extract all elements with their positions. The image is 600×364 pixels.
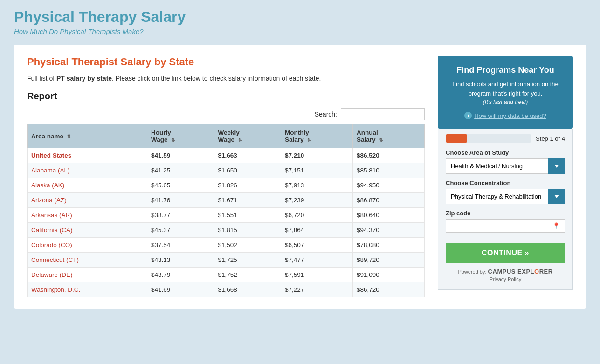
info-icon: i <box>464 112 472 119</box>
hourly-cell: $43.79 <box>147 268 214 282</box>
annual-cell: $86,520 <box>352 148 424 163</box>
weekly-cell: $1,826 <box>214 178 281 193</box>
monthly-cell: $7,210 <box>281 148 352 163</box>
state-name-cell: Washington, D.C. <box>28 282 147 297</box>
section-title: Physical Therapist Salary by State <box>27 56 425 68</box>
page-title: Physical Therapy Salary <box>14 8 586 26</box>
concentration-label: Choose Concentration <box>446 179 565 186</box>
annual-cell: $91,090 <box>352 268 424 282</box>
search-input[interactable] <box>341 108 425 120</box>
state-link[interactable]: Arkansas (AR) <box>31 212 72 219</box>
annual-cell: $80,640 <box>352 208 424 223</box>
data-use-link[interactable]: How will my data be used? <box>474 112 546 119</box>
concentration-wrapper: Physical Therapy & Rehabilitation Nursin… <box>446 189 565 204</box>
weekly-cell: $1,725 <box>214 253 281 268</box>
progress-row: Step 1 of 4 <box>446 134 565 143</box>
state-name-cell: Connecticut (CT) <box>28 253 147 268</box>
progress-bar-fill <box>446 134 467 143</box>
col-area[interactable]: Area name ⇅ <box>28 124 147 148</box>
weekly-cell: $1,752 <box>214 268 281 282</box>
table-row: Arizona (AZ)$41.76$1,671$7,239$86,870 <box>28 193 425 208</box>
state-name-cell: Delaware (DE) <box>28 268 147 282</box>
sort-arrows-monthly: ⇅ <box>307 137 311 143</box>
table-row: Arkansas (AR)$38.77$1,551$6,720$80,640 <box>28 208 425 223</box>
desc-post: . Please click on the link below to chec… <box>112 75 321 82</box>
powered-by: Powered by: CAMPUS EXPLORER <box>446 268 565 275</box>
state-name-cell: Alaska (AK) <box>28 178 147 193</box>
col-monthly[interactable]: MonthlySalary ⇅ <box>281 124 352 148</box>
location-icon: 📍 <box>552 222 560 229</box>
monthly-cell: $6,720 <box>281 208 352 223</box>
area-of-study-arrow[interactable] <box>548 158 565 174</box>
hourly-cell: $45.65 <box>147 178 214 193</box>
promo-box: Find Programs Near You Find schools and … <box>438 56 573 129</box>
promo-italic: (It's fast and free!) <box>445 98 566 106</box>
powered-by-text: Powered by: <box>458 269 486 275</box>
state-name-cell: Arizona (AZ) <box>28 193 147 208</box>
col-annual[interactable]: AnnualSalary ⇅ <box>352 124 424 148</box>
hourly-cell: $38.77 <box>147 208 214 223</box>
state-name-cell: Arkansas (AR) <box>28 208 147 223</box>
promo-description: Find schools and get information on the … <box>445 80 566 98</box>
table-row: California (CA)$45.37$1,815$7,864$94,370 <box>28 223 425 238</box>
weekly-cell: $1,671 <box>214 193 281 208</box>
table-row: United States$41.59$1,663$7,210$86,520 <box>28 148 425 163</box>
campus-explorer-logo: CAMPUS EXPLORER <box>488 268 553 275</box>
state-link[interactable]: Arizona (AZ) <box>31 197 67 204</box>
state-link[interactable]: United States <box>31 152 71 159</box>
state-name-cell: Alabama (AL) <box>28 163 147 178</box>
description: Full list of PT salary by state. Please … <box>27 74 425 83</box>
report-heading: Report <box>27 91 425 102</box>
table-row: Connecticut (CT)$43.13$1,725$7,477$89,72… <box>28 253 425 268</box>
table-row: Delaware (DE)$43.79$1,752$7,591$91,090 <box>28 268 425 282</box>
chevron-down-icon-2 <box>554 195 559 198</box>
col-weekly[interactable]: WeeklyWage ⇅ <box>214 124 281 148</box>
state-link[interactable]: California (CA) <box>31 227 73 234</box>
concentration-select[interactable]: Physical Therapy & Rehabilitation Nursin… <box>446 189 548 204</box>
desc-bold: PT salary by state <box>56 75 112 82</box>
area-of-study-select[interactable]: Health & Medical / Nursing Business Educ… <box>446 158 548 174</box>
state-link[interactable]: Alabama (AL) <box>31 167 70 174</box>
promo-title: Find Programs Near You <box>445 65 566 75</box>
zip-input[interactable] <box>451 222 550 229</box>
left-panel: Physical Therapist Salary by State Full … <box>27 56 425 297</box>
state-link[interactable]: Alaska (AK) <box>31 182 64 189</box>
table-row: Alabama (AL)$41.25$1,650$7,151$85,810 <box>28 163 425 178</box>
monthly-cell: $7,477 <box>281 253 352 268</box>
progress-section: Step 1 of 4 Choose Area of Study Health … <box>438 129 573 290</box>
monthly-cell: $7,864 <box>281 223 352 238</box>
page-subtitle: How Much Do Physical Therapists Make? <box>14 27 586 35</box>
weekly-cell: $1,815 <box>214 223 281 238</box>
chevron-down-icon <box>554 165 559 168</box>
annual-cell: $89,720 <box>352 253 424 268</box>
continue-button[interactable]: CONTINUE » <box>446 243 565 263</box>
weekly-cell: $1,502 <box>214 238 281 253</box>
concentration-group: Choose Concentration Physical Therapy & … <box>446 179 565 204</box>
info-link-row: i How will my data be used? <box>445 112 566 119</box>
annual-cell: $78,080 <box>352 238 424 253</box>
salary-table: Area name ⇅ HourlyWage ⇅ WeeklyWage ⇅ Mo… <box>27 124 425 297</box>
annual-cell: $86,870 <box>352 193 424 208</box>
sort-arrows-weekly: ⇅ <box>238 137 242 143</box>
area-of-study-wrapper: Health & Medical / Nursing Business Educ… <box>446 158 565 174</box>
state-link[interactable]: Delaware (DE) <box>31 271 73 278</box>
sort-arrows-annual: ⇅ <box>379 137 383 143</box>
monthly-cell: $7,913 <box>281 178 352 193</box>
monthly-cell: $7,151 <box>281 163 352 178</box>
area-of-study-label: Choose Area of Study <box>446 149 565 156</box>
state-name-cell: California (CA) <box>28 223 147 238</box>
privacy-link[interactable]: Privacy Policy <box>446 276 565 282</box>
state-link[interactable]: Washington, D.C. <box>31 286 80 293</box>
weekly-cell: $1,668 <box>214 282 281 297</box>
state-link[interactable]: Colorado (CO) <box>31 241 72 248</box>
col-hourly[interactable]: HourlyWage ⇅ <box>147 124 214 148</box>
annual-cell: $94,950 <box>352 178 424 193</box>
sort-arrows-hourly: ⇅ <box>171 137 175 143</box>
hourly-cell: $37.54 <box>147 238 214 253</box>
hourly-cell: $45.37 <box>147 223 214 238</box>
hourly-cell: $41.59 <box>147 148 214 163</box>
monthly-cell: $7,239 <box>281 193 352 208</box>
concentration-arrow[interactable] <box>548 189 565 204</box>
annual-cell: $86,720 <box>352 282 424 297</box>
state-link[interactable]: Connecticut (CT) <box>31 256 79 263</box>
